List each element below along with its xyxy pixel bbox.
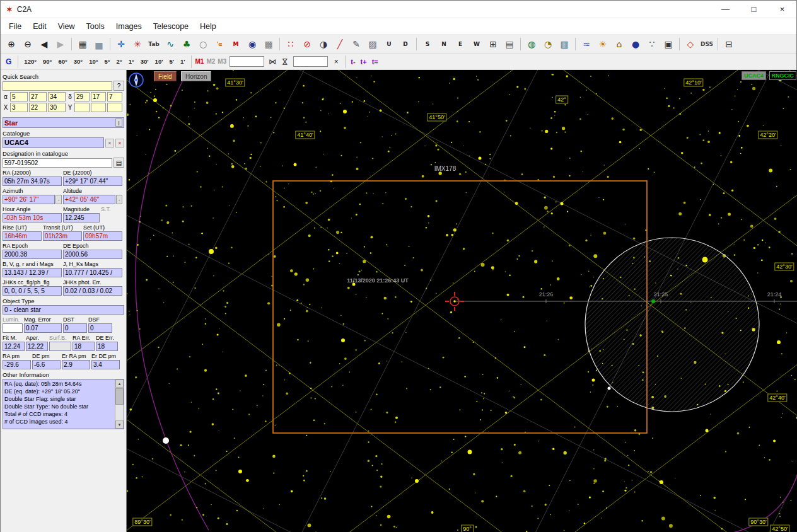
mark-m3-button[interactable]: M3 (218, 58, 226, 65)
flip-horizontal-button[interactable]: ⋈ (266, 55, 279, 68)
time-plus-button[interactable]: t+ (361, 58, 367, 66)
fov-5deg-button[interactable]: 5° (102, 57, 113, 66)
object-d-toggle-button[interactable]: D (398, 37, 413, 51)
catalogue-name[interactable]: UCAC4 (3, 137, 104, 148)
messier-toggle-button[interactable]: M (228, 37, 243, 51)
full-sky-view-button[interactable]: ⊞ (486, 37, 501, 51)
direction-east-button[interactable]: E (453, 37, 468, 51)
fov-120deg-button[interactable]: 120° (21, 57, 39, 66)
fov-1min-button[interactable]: 1' (178, 57, 188, 66)
zoom-in-button[interactable]: ⊕ (4, 37, 19, 51)
star-clusters-toggle-button[interactable]: ∷ (283, 37, 298, 51)
search-value-input[interactable] (293, 56, 328, 67)
wave-graph-button[interactable]: ≈ (579, 37, 594, 51)
ccd-tilted-frame-button[interactable]: ◇ (683, 37, 698, 51)
dec-degrees-input[interactable] (74, 92, 90, 101)
zoom-out-button[interactable]: ⊖ (20, 37, 35, 51)
menu-telescope[interactable]: Telescope (148, 18, 194, 34)
planet-track-button[interactable]: ╱ (332, 37, 347, 51)
sky-chart[interactable]: 41°30'42°10'42°41°50'41°40'42°20'42°30'4… (127, 70, 797, 532)
x-2-input[interactable] (29, 103, 47, 112)
earth-map-button[interactable]: ◍ (524, 37, 539, 51)
ra-minutes-input[interactable] (29, 92, 47, 101)
menu-view[interactable]: View (52, 18, 81, 34)
landscape-toggle-button[interactable]: ▅ (91, 37, 107, 51)
fov-10deg-button[interactable]: 10° (86, 57, 100, 66)
galaxies-toggle-button[interactable]: ⊘ (300, 37, 315, 51)
mark-m1-button[interactable]: M1 (195, 58, 204, 65)
moon-phase-toggle-button[interactable]: ◑ (316, 37, 331, 51)
direction-south-button[interactable]: S (420, 37, 435, 51)
time-now-button[interactable]: t= (372, 58, 378, 66)
y-1-input[interactable] (74, 103, 90, 112)
x-1-input[interactable] (10, 103, 28, 112)
labels-toggle-button[interactable]: Tab (146, 37, 161, 51)
horizon-tab-button[interactable]: Horizon (181, 71, 211, 81)
scrollbar-thumb[interactable] (115, 388, 124, 405)
y-3-input[interactable] (107, 103, 122, 112)
quick-search-input[interactable] (3, 81, 112, 91)
horizon-strip-view-button[interactable]: ▤ (502, 37, 517, 51)
planets-globe-toggle-button[interactable]: ◉ (245, 37, 260, 51)
satellites-toggle-button[interactable]: ∵ (644, 37, 660, 51)
maximize-button[interactable]: □ (740, 1, 768, 18)
menu-file[interactable]: File (3, 18, 27, 34)
charts-toggle-button[interactable]: ∿ (163, 37, 178, 51)
fov-2deg-button[interactable]: 2° (114, 57, 125, 66)
designation-input[interactable] (3, 158, 112, 168)
close-button[interactable]: × (768, 1, 796, 18)
catalogue-close-button[interactable]: × (115, 139, 124, 147)
mark-m2-button[interactable]: M2 (206, 58, 215, 65)
catalogue-switch-button[interactable]: × (105, 139, 114, 147)
help-button[interactable]: ? (113, 81, 124, 91)
fov-60deg-button[interactable]: 60° (55, 57, 69, 66)
draw-tool-button[interactable]: ✎ (349, 37, 364, 51)
y-2-input[interactable] (91, 103, 106, 112)
night-mode-button[interactable]: ● (628, 37, 643, 51)
measure-tool-button[interactable]: ▨ (365, 37, 380, 51)
fov-90deg-button[interactable]: 90° (40, 57, 54, 66)
camera-ccd-button[interactable]: ▣ (661, 37, 676, 51)
object-u-toggle-button[interactable]: U (381, 37, 397, 51)
observatory-home-button[interactable]: ⌂ (612, 37, 627, 51)
print-button[interactable]: ▤ (113, 158, 124, 168)
grid-toggle-button[interactable]: ▦ (75, 37, 90, 51)
next-view-button[interactable]: ▶ (53, 37, 68, 51)
clear-button[interactable]: × (330, 55, 342, 68)
ephemeris-panel-button[interactable]: ▥ (557, 37, 572, 51)
menu-edit[interactable]: Edit (27, 18, 52, 34)
fov-1deg-button[interactable]: 1° (126, 57, 137, 66)
fov-30min-button[interactable]: 30' (138, 57, 151, 66)
image-manager-button[interactable]: ⊟ (721, 37, 736, 51)
find-object-button[interactable]: ✳ (130, 37, 145, 51)
star-names-toggle-button[interactable]: 'α (212, 37, 227, 51)
menu-tools[interactable]: Tools (81, 18, 110, 34)
previous-view-button[interactable]: ◀ (37, 37, 52, 51)
guide-g-button[interactable]: G (6, 57, 11, 66)
milkyway-toggle-button[interactable]: ▩ (261, 37, 276, 51)
mark-value-input[interactable] (230, 56, 264, 67)
scroll-up-icon[interactable]: ▲ (115, 379, 124, 388)
info-scrollbar[interactable]: ▲ ▼ (115, 379, 124, 429)
sun-toggle-button[interactable]: ☀ (595, 37, 610, 51)
direction-west-button[interactable]: W (469, 37, 484, 51)
fov-5min-button[interactable]: 5' (166, 57, 177, 66)
direction-north-button[interactable]: N (436, 37, 451, 51)
menu-images[interactable]: Images (110, 18, 148, 34)
field-tab-button[interactable]: Field (154, 71, 177, 81)
x-3-input[interactable] (48, 103, 66, 112)
ra-hours-input[interactable] (10, 92, 28, 101)
time-minus-button[interactable]: t- (351, 58, 355, 66)
ground-toggle-button[interactable]: ♣ (179, 37, 194, 51)
azimuth-options-button[interactable]: . (55, 195, 62, 204)
clock-time-button[interactable]: ◔ (540, 37, 556, 51)
fov-10min-button[interactable]: 10' (153, 57, 166, 66)
fov-30deg-button[interactable]: 30° (71, 57, 85, 66)
deepsky-ellipse-toggle-button[interactable]: ○ (195, 37, 211, 51)
scroll-down-icon[interactable]: ▼ (115, 420, 124, 429)
menu-help[interactable]: Help (194, 18, 222, 34)
ra-seconds-input[interactable] (48, 92, 66, 101)
panel-splitter-button[interactable]: | (115, 119, 122, 127)
dec-minutes-input[interactable] (91, 92, 106, 101)
minimize-button[interactable]: — (711, 1, 740, 18)
